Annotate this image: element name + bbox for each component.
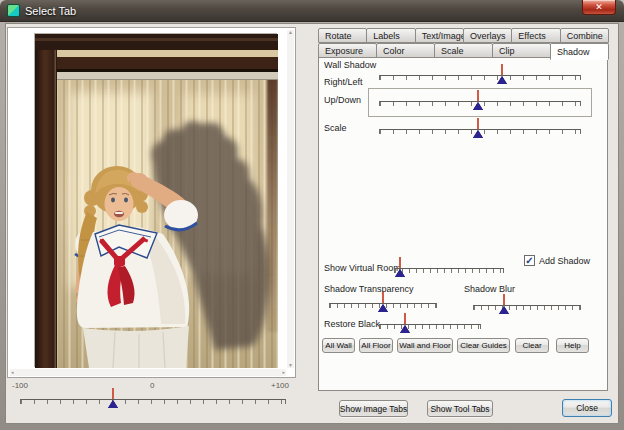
titlebar[interactable]: Select Tab xyxy=(0,0,624,22)
scale-slider-label: Scale xyxy=(324,123,347,133)
tab-labels[interactable]: Labels xyxy=(366,28,415,43)
photo-vertical-scrollbar[interactable]: ▲ ▼ xyxy=(287,30,294,368)
wall-and-floor-button[interactable]: Wall and Floor xyxy=(397,338,453,353)
add-shadow-checkbox[interactable]: ✓ Add Shadow xyxy=(524,255,590,266)
app-icon xyxy=(7,4,20,17)
tab-scale[interactable]: Scale xyxy=(434,43,493,58)
scroll-left-icon[interactable]: ◂ xyxy=(11,369,14,376)
slider-ruler xyxy=(394,268,504,273)
slider-thumb[interactable] xyxy=(473,130,483,138)
restore-black-slider[interactable] xyxy=(379,313,481,335)
clear-guides-button[interactable]: Clear Guides xyxy=(457,338,510,353)
shadow-scale-slider[interactable] xyxy=(379,118,581,140)
slider-ruler xyxy=(379,75,581,80)
tab-text-images[interactable]: Text/Images xyxy=(415,28,464,43)
shadow-transparency-slider[interactable] xyxy=(329,292,437,314)
close-button[interactable]: Close xyxy=(562,399,612,417)
photo-horizontal-scrollbar[interactable]: ◂ ▸ xyxy=(10,369,286,376)
show-virtual-room-label: Show Virtual Room xyxy=(324,263,401,273)
clear-button[interactable]: Clear xyxy=(515,338,549,353)
scroll-up-icon[interactable]: ▲ xyxy=(288,30,293,35)
slider-thumb[interactable] xyxy=(497,76,507,84)
show-tool-tabs-button[interactable]: Show Tool Tabs xyxy=(427,400,493,417)
slider-ruler xyxy=(20,399,286,404)
add-shadow-label: Add Shadow xyxy=(539,256,590,266)
up-down-label: Up/Down xyxy=(324,95,361,105)
tab-color[interactable]: Color xyxy=(376,43,435,58)
select-tab-dialog: Select Tab ✕ xyxy=(0,0,624,430)
slider-thumb[interactable] xyxy=(499,306,509,314)
help-button[interactable]: Help xyxy=(556,338,589,353)
restore-black-label: Restore Black xyxy=(324,319,380,329)
window-close-button[interactable]: ✕ xyxy=(582,0,616,15)
up-down-slider[interactable] xyxy=(379,90,581,112)
window-title: Select Tab xyxy=(25,5,76,17)
tab-overlays[interactable]: Overlays xyxy=(463,28,512,43)
scroll-right-icon[interactable]: ▸ xyxy=(282,369,285,376)
all-wall-button[interactable]: All Wall xyxy=(322,338,355,353)
tab-effects[interactable]: Effects xyxy=(511,28,560,43)
slider-thumb[interactable] xyxy=(108,400,118,408)
image-preview-panel: ▲ ▼ ◂ ▸ xyxy=(7,27,296,378)
tab-combine[interactable]: Combine xyxy=(560,28,609,43)
all-floor-button[interactable]: All Floor xyxy=(359,338,393,353)
tab-rotate[interactable]: Rotate xyxy=(318,28,367,43)
wall-shadow-section-label: Wall Shadow xyxy=(324,60,376,70)
slider-ruler xyxy=(379,324,481,329)
scroll-down-icon[interactable]: ▼ xyxy=(288,363,293,368)
tab-shadow[interactable]: Shadow xyxy=(550,43,609,60)
tab-row-2: Exposure Color Scale Clip Shadow xyxy=(318,43,608,58)
slider-thumb[interactable] xyxy=(378,304,388,312)
right-left-label: Right/Left xyxy=(324,77,363,87)
right-left-slider[interactable] xyxy=(379,64,581,86)
tab-clip[interactable]: Clip xyxy=(492,43,551,58)
photo-canvas xyxy=(35,34,278,368)
tab-exposure[interactable]: Exposure xyxy=(318,43,377,58)
slider-thumb[interactable] xyxy=(400,325,410,333)
slider-thumb[interactable] xyxy=(473,102,483,110)
slider-thumb[interactable] xyxy=(395,269,405,277)
tab-row-1: Rotate Labels Text/Images Overlays Effec… xyxy=(318,28,608,43)
photo-preview[interactable] xyxy=(34,33,277,367)
checkbox-box[interactable]: ✓ xyxy=(524,255,535,266)
show-virtual-room-slider[interactable] xyxy=(394,257,504,279)
shadow-blur-slider[interactable] xyxy=(473,294,581,316)
show-image-tabs-button[interactable]: Show Image Tabs xyxy=(339,400,408,417)
shadow-blur-label: Shadow Blur xyxy=(464,284,515,294)
image-position-slider[interactable] xyxy=(20,388,286,410)
slider-ruler xyxy=(473,305,581,310)
